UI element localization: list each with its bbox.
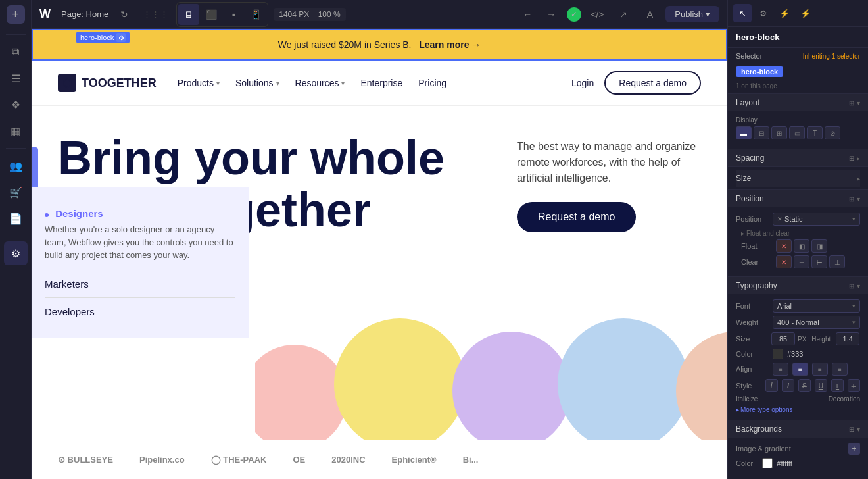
- backgrounds-section-header[interactable]: Backgrounds ⊞ ▾: [728, 420, 868, 438]
- italic-btn[interactable]: I: [765, 379, 778, 392]
- float-clear-section: ▸ Float and clear Float ✕ ◧ ◨ Clear ✕ ⊣ …: [741, 230, 860, 268]
- feature-item-designers[interactable]: Designers Whether you're a solo designer…: [45, 200, 235, 270]
- ecommerce-icon[interactable]: 🛒: [4, 180, 28, 204]
- align-justify-btn[interactable]: ≡: [832, 363, 848, 376]
- login-link[interactable]: Login: [571, 78, 594, 88]
- assets-icon[interactable]: ▦: [4, 119, 28, 143]
- align-right-btn[interactable]: ≡: [812, 363, 828, 376]
- divider: [6, 148, 26, 149]
- float-right-btn[interactable]: ◨: [811, 240, 827, 253]
- display-grid-btn[interactable]: ⊞: [771, 126, 787, 139]
- cms-icon[interactable]: 📄: [4, 207, 28, 230]
- selector-badge[interactable]: hero-block: [736, 66, 783, 77]
- color-swatch[interactable]: [773, 349, 783, 359]
- position-type-select[interactable]: ✕ Static ▾: [773, 213, 860, 226]
- circles-decoration: [255, 266, 727, 450]
- right-panel: ↖ ⚙ ⚡ ⚡ hero-block Selector Inheriting 1…: [727, 0, 868, 479]
- display-block-btn[interactable]: ▬: [736, 126, 752, 139]
- pages-icon[interactable]: ☰: [4, 66, 28, 90]
- logo-thepaak: ◯ THE-PAAK: [211, 455, 267, 465]
- font-select[interactable]: Arial ▾: [773, 299, 860, 313]
- mobile-button[interactable]: 📱: [245, 4, 266, 25]
- element-settings-icon[interactable]: ⚙: [116, 33, 126, 42]
- typography-section-header[interactable]: Typography ⊞ ▾: [728, 276, 868, 294]
- bg-color-value[interactable]: #ffffff: [777, 459, 792, 467]
- bg-color-swatch[interactable]: [762, 458, 773, 468]
- clear-right-btn[interactable]: ⊢: [811, 255, 827, 268]
- display-text-btn[interactable]: T: [807, 126, 823, 139]
- color-label: Color: [736, 350, 769, 358]
- nav-enterprise[interactable]: Enterprise: [360, 78, 402, 88]
- nav-resources[interactable]: Resources ▾: [295, 78, 345, 88]
- clear-both-btn[interactable]: ⊥: [829, 255, 845, 268]
- feature-item-developers[interactable]: Developers: [45, 298, 235, 325]
- zap-icon[interactable]: ⚡: [796, 4, 815, 22]
- cursor-icon[interactable]: ↖: [733, 4, 752, 22]
- publish-button[interactable]: Publish ▾: [665, 6, 719, 22]
- spacing-section-header[interactable]: Spacing ⊞ ▸: [728, 149, 868, 166]
- feature-item-marketers[interactable]: Marketers: [45, 270, 235, 297]
- strikethrough-btn[interactable]: S: [798, 379, 811, 392]
- active-dot: [45, 213, 49, 217]
- align-center-btn[interactable]: ≡: [792, 363, 808, 376]
- share-button[interactable]: ↗: [613, 4, 634, 25]
- color-row: Color #333: [736, 349, 860, 359]
- lightning-icon[interactable]: ⚡: [775, 4, 794, 22]
- redo-button[interactable]: →: [541, 4, 562, 25]
- position-section-header[interactable]: Position ⊞ ▾: [728, 189, 868, 207]
- request-demo-nav-button[interactable]: Request a demo: [604, 71, 701, 95]
- add-element-button[interactable]: +: [7, 5, 25, 24]
- logo-oe: OE: [293, 455, 305, 465]
- features-sidebar: Designers Whether you're a solo designer…: [32, 187, 249, 338]
- components-icon[interactable]: ❖: [4, 93, 28, 116]
- logos-bar: ⊙ BULLSEYE Pipelinx.co ◯ THE-PAAK OE 202…: [32, 440, 727, 479]
- align-left-btn[interactable]: ≡: [773, 363, 788, 376]
- code-button[interactable]: </>: [587, 4, 608, 25]
- circle-4: [558, 318, 689, 450]
- app-logo: W: [39, 7, 51, 21]
- display-inline-btn[interactable]: ▭: [789, 126, 805, 139]
- height-label: Height: [811, 336, 831, 343]
- color-value[interactable]: #333: [787, 350, 803, 358]
- weight-select[interactable]: 400 - Normal ▾: [773, 316, 860, 329]
- typography-global-button[interactable]: A: [639, 4, 660, 25]
- float-left-btn[interactable]: ◧: [794, 240, 809, 253]
- desktop-button[interactable]: 🖥: [178, 4, 199, 25]
- add-bg-button[interactable]: +: [848, 443, 860, 455]
- learn-more-link[interactable]: Learn more →: [419, 39, 481, 50]
- style-labels-row: Italicize Decoration: [736, 395, 860, 403]
- clear-left-btn[interactable]: ⊣: [794, 255, 809, 268]
- navigator-icon[interactable]: ⧉: [4, 40, 28, 64]
- nav-links: Products ▾ Solutions ▾ Resources ▾ Enter…: [178, 78, 571, 88]
- more-type-options[interactable]: ▸ More type options: [736, 405, 860, 415]
- bold-italic-btn[interactable]: I: [782, 379, 794, 392]
- circle-1: [255, 345, 347, 450]
- weight-label: Weight: [736, 318, 769, 326]
- underline-btn[interactable]: U: [815, 379, 827, 392]
- nav-solutions[interactable]: Solutions ▾: [235, 78, 279, 88]
- inheriting-badge: Inheriting 1 selector: [803, 53, 860, 60]
- tablet-small-button[interactable]: ▪: [223, 4, 244, 25]
- gear-panel-icon[interactable]: ⚙: [754, 4, 773, 22]
- hero-cta-button[interactable]: Request a demo: [517, 202, 636, 232]
- float-none-btn[interactable]: ✕: [776, 240, 792, 253]
- users-icon[interactable]: 👥: [4, 154, 28, 178]
- logo-bullseye: ⊙ BULLSEYE: [58, 455, 113, 465]
- size-input[interactable]: 85: [771, 332, 795, 345]
- float-row: Float ✕ ◧ ◨: [741, 240, 860, 253]
- tablet-button[interactable]: ⬛: [201, 4, 222, 25]
- clear-none-btn[interactable]: ✕: [776, 255, 792, 268]
- size-section-header[interactable]: Size ▸: [736, 170, 860, 187]
- deco1-btn[interactable]: T̲: [831, 379, 844, 392]
- undo-button[interactable]: ←: [517, 4, 538, 25]
- align-label: Align: [736, 365, 769, 373]
- display-auto-btn[interactable]: ⊘: [825, 126, 840, 139]
- layout-section-header[interactable]: Layout ⊞ ▾: [728, 93, 868, 111]
- display-flex-btn[interactable]: ⊟: [754, 126, 769, 139]
- refresh-button[interactable]: ↻: [114, 4, 135, 25]
- nav-pricing[interactable]: Pricing: [418, 78, 446, 88]
- height-input[interactable]: 1.4: [836, 332, 859, 345]
- settings-icon[interactable]: ⚙: [4, 241, 28, 265]
- deco2-btn[interactable]: T̶: [848, 379, 860, 392]
- nav-products[interactable]: Products ▾: [178, 78, 220, 88]
